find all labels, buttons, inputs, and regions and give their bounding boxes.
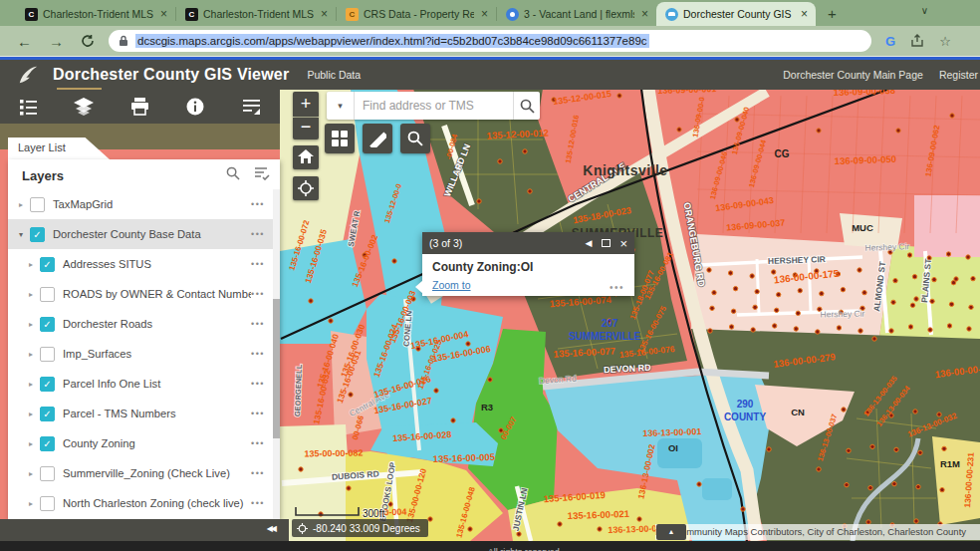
layer-row[interactable]: ▸Imp_Surfaces•••	[8, 339, 273, 369]
register-link[interactable]: Register	[939, 69, 978, 81]
layer-options-icon[interactable]: •••	[251, 409, 265, 418]
layer-checkbox[interactable]: ✓	[40, 436, 55, 451]
expand-arrow-icon[interactable]: ▸	[26, 380, 36, 389]
new-tab-button[interactable]: +	[828, 5, 837, 22]
zoom-to-link[interactable]: Zoom to	[432, 279, 471, 291]
layer-options-icon[interactable]: •••	[251, 349, 265, 359]
layer-checkbox[interactable]	[40, 287, 55, 302]
layer-checkbox[interactable]	[30, 197, 45, 212]
layer-row[interactable]: ▸North Charleston Zoning (check live)•••	[8, 488, 273, 518]
bookmark-star-icon[interactable]: ☆	[939, 34, 951, 49]
layer-row[interactable]: ▾✓Dorchester County Base Data•••	[8, 219, 273, 249]
expand-arrow-icon[interactable]: ▸	[26, 290, 36, 299]
popup-header[interactable]: (3 of 3) ◀ ×	[422, 232, 634, 254]
expand-arrow-icon[interactable]: ▸	[26, 410, 36, 418]
back-button[interactable]: ←	[17, 33, 32, 50]
popup-counter: (3 of 3)	[429, 237, 462, 249]
layer-checkbox[interactable]	[40, 347, 55, 362]
popup-close-icon[interactable]: ×	[619, 236, 627, 251]
expand-arrow-icon[interactable]: ▸	[26, 350, 36, 359]
popup-prev-icon[interactable]: ◀	[585, 238, 592, 248]
layer-row[interactable]: ▸✓Dorchester Roads•••	[8, 309, 273, 339]
search-input[interactable]	[355, 99, 513, 113]
layer-options-icon[interactable]: •••	[251, 229, 265, 239]
scrollbar-thumb[interactable]	[273, 299, 280, 438]
share-icon[interactable]	[910, 34, 924, 48]
edit-list-icon[interactable]	[223, 98, 279, 116]
zoom-out-button[interactable]: −	[293, 118, 319, 139]
layer-options-icon[interactable]: •••	[251, 468, 265, 478]
layer-options-icon[interactable]: •••	[251, 199, 265, 209]
browser-tab-4[interactable]: 3 - Vacant Land | flexmls We ×	[497, 2, 656, 26]
locate-button[interactable]	[293, 176, 319, 200]
layer-options-icon[interactable]: •••	[251, 379, 265, 389]
layer-checkbox[interactable]: ✓	[30, 227, 45, 242]
popup-maximize-icon[interactable]	[602, 239, 611, 247]
tab-close-icon[interactable]: ×	[158, 7, 169, 21]
layer-checkbox[interactable]: ✓	[40, 257, 55, 272]
layer-row[interactable]: ▸✓Parcel Info One List•••	[8, 369, 273, 399]
layer-filter-icon[interactable]	[254, 166, 270, 184]
measure-button[interactable]	[363, 124, 392, 153]
layer-checkbox[interactable]	[40, 466, 55, 481]
address-bar[interactable]: dcscgis.maps.arcgis.com/apps/webappviewe…	[109, 30, 871, 52]
tab-close-icon[interactable]: ×	[479, 7, 490, 21]
search-button[interactable]	[513, 92, 540, 120]
refresh-icon[interactable]	[81, 34, 95, 48]
layer-options-icon[interactable]: •••	[251, 319, 265, 329]
layer-checkbox[interactable]: ✓	[40, 317, 55, 332]
collapse-arrow-icon[interactable]: ▾	[16, 230, 26, 239]
map-label: 135-16-00-021	[568, 508, 630, 521]
tab-close-icon[interactable]: ×	[639, 7, 650, 21]
layer-checkbox[interactable]: ✓	[40, 407, 55, 421]
expand-arrow-icon[interactable]: ▸	[26, 320, 36, 329]
popup-menu-icon[interactable]: •••	[610, 282, 624, 293]
expand-arrow-icon[interactable]: ▸	[26, 439, 36, 448]
feature-popup: (3 of 3) ◀ × County Zoning:OI Zoom to ••…	[422, 232, 634, 296]
print-icon[interactable]	[112, 98, 167, 116]
collapse-sidebar-icon[interactable]: ◀◀	[267, 524, 275, 533]
main-page-link[interactable]: Dorchester County Main Page	[783, 69, 923, 81]
crosshair-icon	[298, 180, 314, 196]
forward-button[interactable]: →	[49, 33, 64, 50]
tab-close-icon[interactable]: ×	[799, 7, 810, 21]
about-icon[interactable]	[167, 98, 223, 116]
expand-arrow-icon[interactable]: ▸	[26, 469, 36, 478]
layer-row[interactable]: ▸ROADS by OWNER & Contact Number•••	[8, 279, 273, 309]
tab-close-icon[interactable]: ×	[319, 7, 330, 21]
layer-row[interactable]: ▸✓Parcel - TMS Numbers•••	[8, 399, 273, 428]
google-icon[interactable]: G	[885, 34, 895, 49]
layer-options-icon[interactable]: •••	[251, 289, 265, 299]
layer-options-icon[interactable]: •••	[251, 438, 265, 448]
layer-options-icon[interactable]: •••	[251, 259, 265, 269]
browser-tab-1[interactable]: C Charleston-Trident MLS, Inc. ×	[16, 2, 175, 26]
legend-icon[interactable]	[0, 98, 56, 116]
home-icon	[298, 149, 314, 164]
layer-row[interactable]: ▸✓Addresses SITUS•••	[8, 249, 273, 279]
layer-search-icon[interactable]	[226, 166, 240, 184]
layer-row[interactable]: ▸TaxMapGrid•••	[8, 189, 273, 219]
browser-tab-2[interactable]: C Charleston-Trident MLS, Inc. ×	[176, 2, 336, 26]
zoom-in-button[interactable]: +	[293, 92, 319, 117]
layer-options-icon[interactable]: •••	[251, 498, 265, 508]
attribution-expand-icon[interactable]: ▲	[656, 524, 686, 540]
basemap-gallery-button[interactable]	[325, 124, 355, 153]
map-label: 135-16-00-005	[433, 451, 496, 464]
tab-search-chevron-icon[interactable]: ∨	[921, 5, 928, 16]
layer-checkbox[interactable]: ✓	[40, 377, 55, 392]
expand-arrow-icon[interactable]: ▸	[16, 200, 26, 209]
layer-row[interactable]: ▸Summerville_Zoning (Check Live)•••	[8, 458, 273, 488]
charleston-mls-favicon: C	[25, 8, 38, 21]
browser-tab-3[interactable]: C CRS Data - Property Report f ×	[337, 2, 496, 26]
browser-tab-active[interactable]: Dorchester County GIS Viewe ×	[656, 2, 816, 26]
query-button[interactable]	[400, 124, 430, 153]
crs-data-favicon: C	[346, 8, 359, 21]
layers-icon[interactable]	[56, 98, 112, 117]
layer-scrollbar[interactable]	[273, 189, 280, 519]
expand-arrow-icon[interactable]: ▸	[26, 499, 36, 508]
expand-arrow-icon[interactable]: ▸	[26, 260, 36, 269]
search-source-dropdown[interactable]: ▾	[327, 92, 355, 120]
home-button[interactable]	[293, 145, 319, 169]
layer-row[interactable]: ▸✓County Zoning•••	[8, 428, 273, 458]
layer-checkbox[interactable]	[40, 496, 55, 511]
